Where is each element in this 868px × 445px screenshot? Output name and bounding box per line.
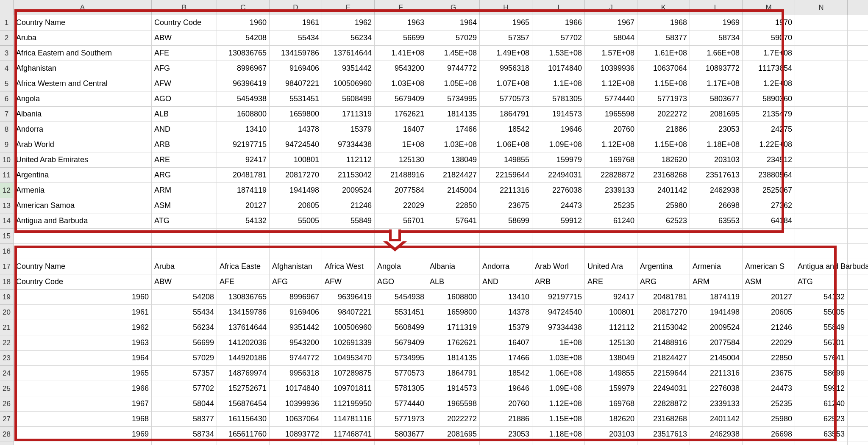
cell-J25[interactable]: 159979 [585, 381, 637, 396]
cell-E12[interactable]: 2009524 [322, 183, 375, 198]
cell-G15[interactable] [427, 229, 480, 244]
cell-J14[interactable]: 61240 [585, 213, 637, 229]
cell-L29[interactable]: 2525067 [690, 442, 743, 445]
cell-J18[interactable]: ARE [585, 274, 637, 290]
cell-M18[interactable]: ASM [743, 274, 795, 290]
cell-F15[interactable] [375, 229, 427, 244]
cell-H15[interactable] [480, 229, 532, 244]
cell-H9[interactable]: 1.06E+08 [480, 137, 532, 152]
cell-C3[interactable]: 130836765 [217, 46, 270, 61]
cell-A4[interactable]: Afghanistan [14, 61, 152, 76]
cell-M17[interactable]: American S [743, 259, 795, 274]
cell-C25[interactable]: 152752671 [217, 381, 270, 396]
cell-B9[interactable]: ARB [152, 137, 217, 152]
row-header-28[interactable]: 28 [0, 427, 14, 442]
cell-L17[interactable]: Armenia [690, 259, 743, 274]
cell-B27[interactable]: 58377 [152, 412, 217, 427]
cell-H26[interactable]: 20760 [480, 396, 532, 412]
cell-J13[interactable]: 25235 [585, 198, 637, 213]
cell-L14[interactable]: 63553 [690, 213, 743, 229]
cell-C27[interactable]: 161156430 [217, 412, 270, 427]
row-header-2[interactable]: 2 [0, 30, 14, 46]
cell-C4[interactable]: 8996967 [217, 61, 270, 76]
cell-F23[interactable]: 5734995 [375, 351, 427, 366]
cell-F29[interactable]: 5890360 [375, 442, 427, 445]
cell-E14[interactable]: 55849 [322, 213, 375, 229]
cell-H21[interactable]: 15379 [480, 320, 532, 335]
cell-J12[interactable]: 2339133 [585, 183, 637, 198]
cell-F28[interactable]: 5803677 [375, 427, 427, 442]
cell-M2[interactable]: 59070 [743, 30, 795, 46]
cell-H5[interactable]: 1.07E+08 [480, 76, 532, 91]
cell-A14[interactable]: Antigua and Barbuda [14, 213, 152, 229]
cell-B15[interactable] [152, 229, 217, 244]
cell-G22[interactable]: 1762621 [427, 335, 480, 351]
cell-A29[interactable]: 1970 [14, 442, 152, 445]
cell-H20[interactable]: 14378 [480, 305, 532, 320]
cell-D19[interactable]: 8996967 [270, 290, 322, 305]
cell-C15[interactable] [217, 229, 270, 244]
cell-J8[interactable]: 20760 [585, 122, 637, 137]
column-header-G[interactable]: G [427, 0, 480, 15]
row-header-23[interactable]: 23 [0, 351, 14, 366]
cell-F7[interactable]: 1762621 [375, 107, 427, 122]
cell-I19[interactable]: 92197715 [532, 290, 585, 305]
cell-N22[interactable]: 56701 [795, 335, 848, 351]
cell-B4[interactable]: AFG [152, 61, 217, 76]
cell-K29[interactable]: 23880564 [637, 442, 690, 445]
cell-F10[interactable]: 125130 [375, 152, 427, 168]
cell-B21[interactable]: 56234 [152, 320, 217, 335]
cell-K4[interactable]: 10637064 [637, 61, 690, 76]
cell-E26[interactable]: 112195950 [322, 396, 375, 412]
cell-K12[interactable]: 2401142 [637, 183, 690, 198]
header-year-1969[interactable]: 1969 [690, 15, 743, 30]
cell-I27[interactable]: 1.15E+08 [532, 412, 585, 427]
cell-J17[interactable]: United Ara [585, 259, 637, 274]
cell-M15[interactable] [743, 229, 795, 244]
cell-I20[interactable]: 94724540 [532, 305, 585, 320]
cell-C5[interactable]: 96396419 [217, 76, 270, 91]
column-header-K[interactable]: K [637, 0, 690, 15]
row-header-5[interactable]: 5 [0, 76, 14, 91]
cell-A26[interactable]: 1967 [14, 396, 152, 412]
cell-O22[interactable] [848, 335, 868, 351]
cell-O27[interactable] [848, 412, 868, 427]
cell-K16[interactable] [637, 244, 690, 259]
cell-D8[interactable]: 14378 [270, 122, 322, 137]
cell-G5[interactable]: 1.05E+08 [427, 76, 480, 91]
cell-I7[interactable]: 1914573 [532, 107, 585, 122]
cell-B29[interactable]: 59070 [152, 442, 217, 445]
header-year-1967[interactable]: 1967 [585, 15, 637, 30]
cell-F21[interactable]: 5608499 [375, 320, 427, 335]
cell-G25[interactable]: 1914573 [427, 381, 480, 396]
cell-O28[interactable] [848, 427, 868, 442]
cell-L6[interactable]: 5803677 [690, 91, 743, 107]
cell-B26[interactable]: 58044 [152, 396, 217, 412]
cell-J29[interactable]: 234512 [585, 442, 637, 445]
cell-J9[interactable]: 1.12E+08 [585, 137, 637, 152]
header-year-1970[interactable]: 1970 [743, 15, 795, 30]
spreadsheet-grid[interactable]: ABCDEFGHIJKLMNO1Country NameCountry Code… [0, 0, 868, 445]
cell-H19[interactable]: 13410 [480, 290, 532, 305]
row-header-15[interactable]: 15 [0, 229, 14, 244]
header-year-1963[interactable]: 1963 [375, 15, 427, 30]
cell-O5[interactable] [848, 76, 868, 91]
cell-L22[interactable]: 2077584 [690, 335, 743, 351]
cell-C19[interactable]: 130836765 [217, 290, 270, 305]
row-header-8[interactable]: 8 [0, 122, 14, 137]
cell-L11[interactable]: 23517613 [690, 168, 743, 183]
cell-F25[interactable]: 5781305 [375, 381, 427, 396]
cell-J15[interactable] [585, 229, 637, 244]
cell-G29[interactable]: 2135479 [427, 442, 480, 445]
cell-C23[interactable]: 144920186 [217, 351, 270, 366]
cell-K21[interactable]: 21153042 [637, 320, 690, 335]
cell-C12[interactable]: 1874119 [217, 183, 270, 198]
cell-O10[interactable] [848, 152, 868, 168]
cell-L3[interactable]: 1.66E+08 [690, 46, 743, 61]
cell-I13[interactable]: 24473 [532, 198, 585, 213]
cell-C6[interactable]: 5454938 [217, 91, 270, 107]
cell-H12[interactable]: 2211316 [480, 183, 532, 198]
cell-M28[interactable]: 26698 [743, 427, 795, 442]
cell-E17[interactable]: Africa West [322, 259, 375, 274]
cell-E19[interactable]: 96396419 [322, 290, 375, 305]
